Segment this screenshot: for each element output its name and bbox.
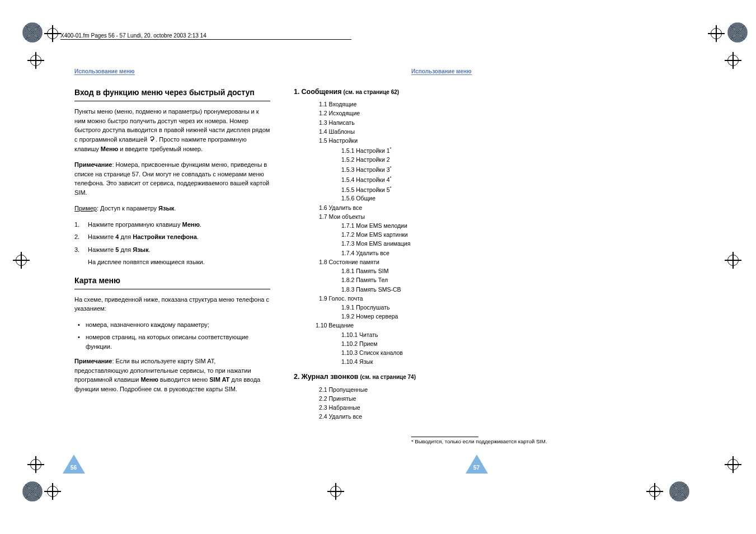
registration-mark: [727, 459, 739, 470]
footnote-text: * Выводится, только если поддерживается …: [411, 438, 547, 444]
menu-subitem: 1.5.4 Настройки 4*: [341, 175, 495, 184]
page-number-badge-right: 57: [466, 455, 488, 474]
text: Нажмите: [88, 233, 115, 240]
note-block-1: Примечание Примечание: Номера, присвоенн…: [74, 160, 270, 197]
example-label: Пример: [74, 205, 97, 212]
printer-corner-bl: [22, 481, 43, 502]
registration-mark: [47, 486, 58, 497]
menu-subitem: 1.10.1 Читать: [341, 331, 495, 339]
registration-mark: [727, 255, 739, 266]
printer-corner-br: [669, 481, 689, 502]
menu-item: 1.4 Шаблоны: [319, 128, 495, 136]
text: .: [197, 233, 199, 240]
text: Нажмите программную клавишу: [88, 221, 182, 228]
registration-mark: [330, 486, 341, 497]
menu-item: 1.1 Входящие: [319, 100, 495, 109]
menu-subitem: 1.10.3 Список каналов: [341, 349, 495, 357]
menu-2-list: 2.1 Пропущенные 2.2 Принятые 2.3 Набранн…: [294, 386, 495, 421]
paragraph-quick-access: Пункты меню (меню, подменю и параметры) …: [74, 107, 270, 153]
registration-mark: [727, 55, 739, 66]
note-text: : Номера, присвоенные функциям меню, при…: [74, 161, 269, 196]
running-header-right: Использование меню: [411, 68, 472, 75]
text: выводится меню: [158, 376, 209, 383]
menu-subitem: 1.7.3 Моя EMS анимация: [341, 240, 495, 248]
right-page-content: 1. Сообщения (см. на странице 62) 1.1 Вх…: [294, 87, 495, 427]
section-title-quick-access: Вход в функцию меню через быстрый доступ: [74, 87, 270, 101]
registration-mark: [649, 486, 660, 497]
menu-item: 1.10 Вещание: [316, 321, 495, 330]
page-info-bar: X400-01.fm Pages 56 - 57 Lundi, 20. octo…: [60, 32, 351, 40]
text: Нажмите: [88, 246, 115, 253]
menu-subitem: 1.5.2 Настройки 2: [341, 156, 495, 164]
menu-page-ref: (см. на странице 74): [360, 374, 416, 380]
printer-corner-tl: [22, 22, 43, 43]
menu-1-list: 1.1 Входящие 1.2 Исходящие 1.3 Написать …: [294, 100, 495, 366]
bullet-1: номера, назначенного каждому параметру;: [74, 320, 270, 330]
example-line: Пример: Доступ к параметру Язык.: [74, 204, 270, 213]
menu-subitem: 1.5.3 Настройки 3*: [341, 165, 495, 174]
printer-corner-tr: [727, 22, 748, 43]
step-3: 3.Нажмите 5 для Язык.: [74, 245, 270, 255]
menu-item: 2.3 Набранные: [319, 404, 495, 412]
menu-item: 1.5 Настройки: [319, 137, 495, 145]
menu-group-1: 1. Сообщения (см. на странице 62): [294, 87, 495, 97]
text-bold: Язык: [158, 205, 174, 212]
text: : Доступ к параметру: [97, 205, 158, 212]
menu-group-2: 2. Журнал звонков (см. на странице 74): [294, 372, 495, 382]
text: для: [119, 233, 133, 240]
text-bold: Меню: [101, 146, 118, 152]
registration-mark: [47, 28, 58, 39]
running-header-left: Использование меню: [74, 68, 135, 75]
page-number: 56: [71, 465, 77, 471]
menu-subitem: 1.8.1 Память SIM: [341, 267, 495, 275]
softkey-icon: [149, 135, 156, 144]
text: .: [149, 246, 151, 253]
menu-item: 1.7 Мои объекты: [319, 213, 495, 221]
registration-mark: [30, 459, 41, 470]
menu-page-ref: (см. на странице 62): [344, 89, 399, 95]
text-bold: Язык: [133, 246, 148, 253]
section-title-menu-map: Карта меню: [74, 275, 270, 289]
menu-item: 2.2 Принятые: [319, 395, 495, 403]
step-1: 1.Нажмите программную клавишу Меню.: [74, 220, 270, 229]
text: и введите требуемый номер.: [118, 146, 203, 152]
text-bold: Настройки телефона: [133, 233, 197, 240]
registration-mark: [16, 255, 27, 266]
registration-mark: [711, 28, 722, 39]
text-bold: Меню: [140, 376, 158, 383]
menu-subitem: 1.7.4 Удалить все: [341, 249, 495, 257]
menu-num: 1.: [294, 88, 299, 96]
text-bold: SIM AT: [209, 376, 229, 383]
menu-title: Сообщения: [302, 88, 342, 96]
note-block-2: Примечание Примечание: Если вы используе…: [74, 357, 270, 394]
menu-item: 1.8 Состояние памяти: [319, 258, 495, 266]
menu-item: 1.6 Удалить все: [319, 204, 495, 212]
menu-subitem: 1.9.2 Номер сервера: [341, 312, 495, 321]
text-bold: Меню: [182, 221, 200, 228]
text: .: [174, 205, 176, 212]
text: .: [200, 221, 201, 228]
menu-subitem: 1.9.1 Прослушать: [341, 303, 495, 312]
page-number: 57: [473, 465, 480, 471]
bullet-2: номеров страниц, на которых описаны соот…: [74, 332, 270, 351]
left-page-content: Вход в функцию меню через быстрый доступ…: [74, 87, 270, 400]
menu-item: 1.9 Голос. почта: [319, 294, 495, 303]
menu-subitem: 1.7.1 Мои EMS мелодии: [341, 222, 495, 230]
menu-subitem: 1.5.5 Настройки 5*: [341, 185, 495, 194]
menu-subitem: 1.7.2 Мои EMS картинки: [341, 231, 495, 239]
menu-item: 1.2 Исходящие: [319, 109, 495, 118]
menu-subitem: 1.5.1 Настройки 1*: [341, 146, 495, 155]
menu-num: 2.: [294, 373, 299, 381]
menu-item: 1.3 Написать: [319, 119, 495, 127]
menu-item: 2.1 Пропущенные: [319, 386, 495, 394]
menu-subitem: 1.8.3 Память SMS-CB: [341, 285, 495, 294]
footnote-block: * Выводится, только если поддерживается …: [411, 437, 547, 444]
paragraph-menu-map: На схеме, приведенной ниже, показана стр…: [74, 295, 270, 313]
menu-subitem: 1.8.2 Память Тел: [341, 276, 495, 284]
menu-subitem: 1.5.6 Общие: [341, 194, 495, 203]
menu-subitem: 1.10.2 Прием: [341, 340, 495, 348]
page-number-badge-left: 56: [63, 455, 85, 474]
registration-mark: [30, 55, 41, 66]
step-2: 2.Нажмите 4 для Настройки телефона.: [74, 232, 270, 242]
step-3-result: На дисплее появятся имеющиеся языки.: [74, 257, 270, 267]
